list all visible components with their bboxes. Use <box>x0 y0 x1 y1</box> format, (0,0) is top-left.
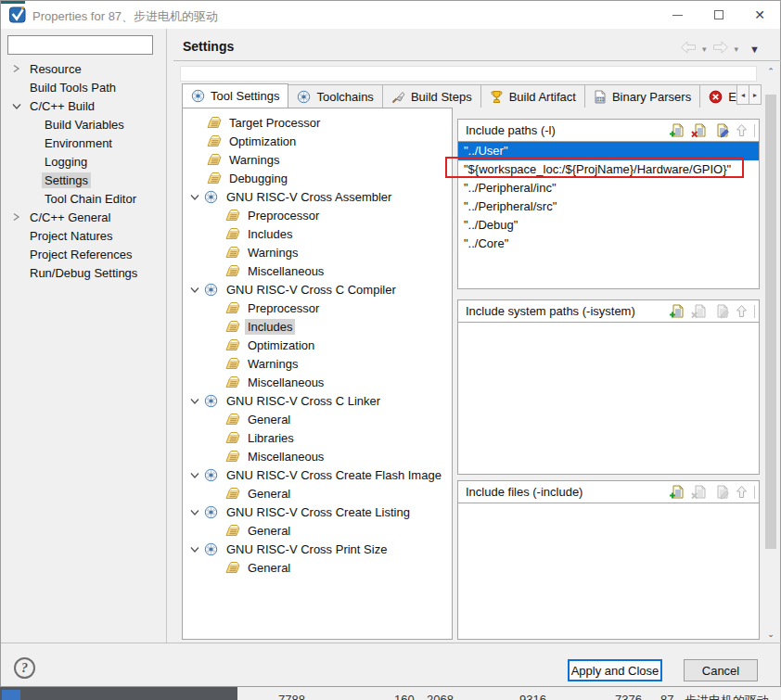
back-icon[interactable] <box>680 41 697 57</box>
tab-binary-parsers[interactable]: 010Binary Parsers <box>584 84 700 108</box>
tool-tree-item-gnu-risc-v-cross-assembler[interactable]: GNU RISC-V Cross Assembler <box>183 187 452 206</box>
minimize-button[interactable] <box>661 1 693 29</box>
tool-tree-item-label: GNU RISC-V Cross Create Listing <box>224 504 413 520</box>
sidebar-item-project-natures[interactable]: Project Natures <box>1 226 165 245</box>
tool-tree-item-gnu-risc-v-cross-create-flash-image[interactable]: GNU RISC-V Cross Create Flash Image <box>183 465 452 484</box>
tool-tree-item-preprocessor[interactable]: Preprocessor <box>183 206 452 224</box>
chevron-down-icon[interactable] <box>188 286 201 294</box>
sidebar-item-run-debug-settings[interactable]: Run/Debug Settings <box>1 263 165 282</box>
tab-scroll-left-icon[interactable]: ◂ <box>736 84 749 105</box>
sidebar-item-c-c-general[interactable]: C/C++ General <box>1 208 165 226</box>
tab-scroll-right-icon[interactable]: ▸ <box>749 84 762 105</box>
settings-page-icon <box>207 172 223 185</box>
tool-tree-item-libraries[interactable]: Libraries <box>183 428 452 447</box>
tab-toolchains[interactable]: Toolchains <box>288 84 382 108</box>
chevron-down-icon[interactable] <box>188 545 201 554</box>
settings-page-icon <box>225 487 241 500</box>
tool-tree-item-preprocessor[interactable]: Preprocessor <box>183 299 452 317</box>
chevron-down-icon[interactable] <box>188 397 201 405</box>
include-paths-item[interactable]: "../User" <box>458 142 759 160</box>
sidebar-item-tool-chain-editor[interactable]: Tool Chain Editor <box>1 189 165 208</box>
include-paths-item[interactable]: "../Core" <box>458 235 759 253</box>
settings-page-icon <box>225 301 241 314</box>
tool-tree-item-label: General <box>245 523 293 539</box>
tool-tree-item-general[interactable]: General <box>183 410 452 428</box>
clipped-number: 160 <box>394 693 415 700</box>
help-button[interactable]: ? <box>14 657 35 679</box>
include-paths-item[interactable]: "../Debug" <box>458 216 759 235</box>
tool-tree-item-miscellaneous[interactable]: Miscellaneous <box>183 447 452 465</box>
add-icon[interactable] <box>669 304 685 319</box>
include-paths-item[interactable]: "${workspace_loc:/${ProjName}/Hardware/G… <box>458 160 759 179</box>
include-paths-title: Include paths (-l) <box>466 123 669 137</box>
tool-tree-item-label: GNU RISC-V Cross Create Flash Image <box>224 467 444 483</box>
sidebar-item-settings[interactable]: Settings <box>1 171 165 189</box>
chevron-right-icon[interactable] <box>9 64 23 73</box>
delete-icon[interactable] <box>691 123 707 138</box>
move-up-icon <box>736 304 748 318</box>
tool-tree-item-optimization[interactable]: Optimization <box>183 132 452 150</box>
tool-tree-item-target-processor[interactable]: Target Processor <box>183 113 452 132</box>
view-menu-icon[interactable]: ▼ <box>749 44 760 55</box>
scroll-up-icon[interactable]: ⌃ <box>762 64 779 79</box>
sidebar-item-environment[interactable]: Environment <box>1 134 165 152</box>
chevron-down-icon[interactable] <box>188 508 201 516</box>
artifact-icon <box>490 90 504 104</box>
settings-page-icon <box>225 431 241 444</box>
tool-tree-item-includes[interactable]: Includes <box>183 317 452 336</box>
filter-input[interactable] <box>7 35 153 55</box>
include-files-title: Include files (-include) <box>466 485 669 499</box>
sidebar-item-project-references[interactable]: Project References <box>1 245 165 263</box>
forward-icon[interactable] <box>712 41 729 57</box>
add-icon[interactable] <box>669 485 685 500</box>
history-nav: ▾ ▾ ▼ <box>680 41 760 57</box>
tool-tree-item-general[interactable]: General <box>183 484 452 503</box>
tool-tree-item-gnu-risc-v-cross-print-size[interactable]: GNU RISC-V Cross Print Size <box>183 540 452 558</box>
tool-tree-item-debugging[interactable]: Debugging <box>183 169 452 187</box>
chevron-down-icon[interactable] <box>188 193 201 201</box>
chevron-down-icon[interactable] <box>9 102 23 110</box>
chevron-down-icon[interactable] <box>188 471 201 479</box>
properties-dialog-screen: Properties for 87、步进电机的驱动 ✕ ResourceBuil… <box>0 0 781 700</box>
tab-erro[interactable]: Erro <box>699 84 736 108</box>
sidebar-item-c-c-build[interactable]: C/C++ Build <box>1 96 165 115</box>
include-paths-panel: Include paths (-l) "../User""${workspace… <box>457 119 760 289</box>
title-bar[interactable]: Properties for 87、步进电机的驱动 ✕ <box>1 1 780 29</box>
tool-tree-item-gnu-risc-v-cross-c-compiler[interactable]: GNU RISC-V Cross C Compiler <box>183 280 452 299</box>
tool-tree-item-label: Warnings <box>245 245 301 261</box>
maximize-button[interactable] <box>703 1 735 29</box>
vertical-scrollbar[interactable]: ⌃ ⌄ <box>762 64 779 642</box>
tool-tree-item-warnings[interactable]: Warnings <box>183 150 452 169</box>
tab-build-artifact[interactable]: Build Artifact <box>480 84 585 108</box>
tab-build-steps[interactable]: Build Steps <box>382 84 481 108</box>
tool-tree-item-miscellaneous[interactable]: Miscellaneous <box>183 373 452 391</box>
tool-tree-item-gnu-risc-v-cross-create-listing[interactable]: GNU RISC-V Cross Create Listing <box>183 503 452 521</box>
include-paths-item[interactable]: "../Peripheral/inc" <box>458 179 759 197</box>
tool-tree-item-includes[interactable]: Includes <box>183 224 452 243</box>
tool-tree-item-warnings[interactable]: Warnings <box>183 243 452 261</box>
tool-tree-item-miscellaneous[interactable]: Miscellaneous <box>183 261 452 280</box>
tab-tool-settings[interactable]: Tool Settings <box>182 83 288 108</box>
sidebar-item-build-tools-path[interactable]: Build Tools Path <box>1 78 165 96</box>
add-icon[interactable] <box>669 123 685 138</box>
edit-icon[interactable] <box>713 123 729 138</box>
back-menu-caret-icon[interactable]: ▾ <box>702 45 707 54</box>
tool-tree-item-label: Preprocessor <box>245 208 322 223</box>
apply-and-close-button[interactable]: Apply and Close <box>568 659 662 681</box>
tool-tree-item-general[interactable]: General <box>183 521 452 540</box>
chevron-right-icon[interactable] <box>9 212 23 222</box>
tool-tree-item-general[interactable]: General <box>183 558 452 577</box>
cancel-button[interactable]: Cancel <box>684 659 758 681</box>
tool-tree-item-optimization[interactable]: Optimization <box>183 336 452 354</box>
sidebar-item-build-variables[interactable]: Build Variables <box>1 115 165 134</box>
close-button[interactable]: ✕ <box>744 1 775 29</box>
tool-disc-icon <box>204 468 220 482</box>
scrollbar-thumb[interactable] <box>765 95 776 549</box>
tool-tree-item-gnu-risc-v-cross-c-linker[interactable]: GNU RISC-V Cross C Linker <box>183 391 452 410</box>
sidebar-item-resource[interactable]: Resource <box>1 59 165 78</box>
sidebar-item-logging[interactable]: Logging <box>1 152 165 171</box>
tool-tree-item-warnings[interactable]: Warnings <box>183 354 452 373</box>
scroll-down-icon[interactable]: ⌄ <box>762 627 779 642</box>
include-paths-item[interactable]: "../Peripheral/src" <box>458 197 759 216</box>
forward-menu-caret-icon[interactable]: ▾ <box>735 45 739 54</box>
